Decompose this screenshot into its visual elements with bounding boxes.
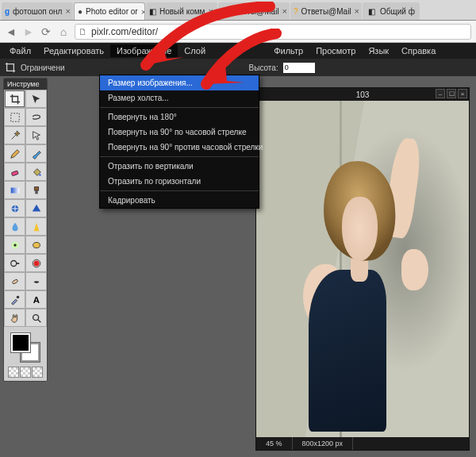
back-button[interactable]: ◄ xyxy=(5,25,17,38)
menu-item-crop[interactable]: Кадрировать xyxy=(100,193,259,208)
browser-tab[interactable]: ◧ Новый комм × xyxy=(146,2,217,20)
tool-marquee[interactable] xyxy=(4,108,25,126)
tool-brush[interactable] xyxy=(25,144,47,163)
document-titlebar[interactable]: 103 – ☐ × xyxy=(256,88,469,101)
favicon-generic: ◧ xyxy=(149,6,156,17)
tool-shape[interactable] xyxy=(25,199,47,217)
window-close-button[interactable]: × xyxy=(458,89,467,98)
tool-wand[interactable] xyxy=(4,126,25,144)
tool-pointer[interactable] xyxy=(25,126,47,144)
menu-item-flip-horizontal[interactable]: Отразить по горизонтали xyxy=(100,174,259,189)
tab-close-icon[interactable]: × xyxy=(208,6,213,16)
constraint-label: Ограничени xyxy=(21,63,65,72)
svg-rect-0 xyxy=(10,113,19,121)
tool-burn[interactable] xyxy=(25,272,47,290)
height-label: Высота: xyxy=(249,63,278,72)
svg-rect-3 xyxy=(10,187,19,193)
favicon-generic: ◧ xyxy=(366,6,377,17)
menu-help[interactable]: Справка xyxy=(395,44,442,57)
menu-layer[interactable]: Слой xyxy=(178,44,212,57)
pattern-row xyxy=(4,367,47,381)
menu-file[interactable]: Файл xyxy=(3,44,37,57)
favicon-google: g xyxy=(5,6,10,17)
tab-label: Ответы@Mail xyxy=(229,7,279,16)
menu-item-canvas-size[interactable]: Размер холста... xyxy=(100,90,259,106)
browser-tab[interactable]: ? Ответы@Mail × xyxy=(290,2,362,20)
menu-edit[interactable]: Редактировать xyxy=(37,44,110,57)
window-maximize-button[interactable]: ☐ xyxy=(447,89,456,98)
browser-tab[interactable]: ◧ Общий ф xyxy=(363,2,420,20)
menu-image[interactable]: Изображение xyxy=(110,44,178,57)
pattern-swatch[interactable] xyxy=(8,367,19,378)
menu-item-flip-vertical[interactable]: Отразить по вертикали xyxy=(100,159,259,174)
tool-clone[interactable] xyxy=(25,181,47,199)
tool-color-replace[interactable] xyxy=(4,199,25,217)
address-bar[interactable]: 🗋 pixlr.com/editor/ xyxy=(75,24,471,40)
menu-filter[interactable]: Фильтр xyxy=(267,44,309,57)
document-canvas[interactable] xyxy=(256,101,469,437)
tab-close-icon[interactable]: × xyxy=(141,7,145,17)
window-minimize-button[interactable]: – xyxy=(436,89,445,98)
tab-close-icon[interactable]: × xyxy=(282,6,287,16)
tool-pencil[interactable] xyxy=(4,144,25,163)
browser-tab[interactable]: ? Ответы@Mail × xyxy=(218,2,290,20)
photo-content xyxy=(256,101,469,437)
forward-button[interactable]: ► xyxy=(22,25,35,38)
svg-point-14 xyxy=(16,295,19,298)
tool-gradient[interactable] xyxy=(4,181,25,199)
tab-label: Новый комм xyxy=(159,7,205,16)
pattern-swatch[interactable] xyxy=(20,367,31,378)
svg-point-9 xyxy=(33,242,40,248)
tab-close-icon[interactable]: × xyxy=(355,6,359,16)
menu-item-image-size[interactable]: Размер изображения... xyxy=(100,75,259,90)
foreground-color-swatch[interactable] xyxy=(11,333,30,352)
tab-label: фотошоп онл xyxy=(13,7,62,16)
svg-point-2 xyxy=(39,174,41,176)
menu-item-rotate-180[interactable]: Повернуть на 180° xyxy=(100,109,259,125)
tab-label: Общий ф xyxy=(380,7,415,16)
tools-panel: Инструме A xyxy=(3,78,48,382)
tool-red-eye[interactable] xyxy=(25,254,47,272)
tool-blur[interactable] xyxy=(4,217,25,236)
pattern-swatch[interactable] xyxy=(32,367,43,378)
browser-tab-active[interactable]: ● Photo editor or × xyxy=(74,2,145,20)
tool-lasso[interactable] xyxy=(25,108,47,126)
document-window: 103 – ☐ × 45 % xyxy=(255,87,470,451)
tool-zoom[interactable] xyxy=(25,309,47,327)
svg-point-11 xyxy=(33,260,39,266)
tool-dodge[interactable] xyxy=(4,254,25,272)
tool-eraser[interactable] xyxy=(4,163,25,181)
svg-text:A: A xyxy=(33,295,39,305)
svg-rect-5 xyxy=(35,190,38,194)
url-text: pixlr.com/editor/ xyxy=(91,26,158,37)
tool-eyedropper[interactable] xyxy=(4,290,25,309)
reload-button[interactable]: ⟳ xyxy=(40,25,52,38)
menu-language[interactable]: Язык xyxy=(362,44,395,57)
tool-crop[interactable] xyxy=(4,90,25,108)
svg-rect-13 xyxy=(12,278,18,284)
tool-move[interactable] xyxy=(25,90,47,108)
tool-bucket[interactable] xyxy=(25,163,47,181)
home-button[interactable]: ⌂ xyxy=(57,25,70,38)
menu-item-rotate-90-ccw[interactable]: Повернуть на 90° против часовой стрелки xyxy=(100,140,259,155)
svg-rect-4 xyxy=(34,186,38,190)
svg-point-8 xyxy=(13,244,17,247)
image-menu-dropdown: Размер изображения... Размер холста... П… xyxy=(99,75,259,209)
tab-close-icon[interactable]: × xyxy=(65,6,70,16)
height-input[interactable]: 0 xyxy=(283,63,315,73)
tool-smudge[interactable] xyxy=(4,236,25,254)
menu-item-rotate-90-cw[interactable]: Повернуть на 90° по часовой стрелке xyxy=(100,125,259,140)
favicon-pixlr: ● xyxy=(78,6,83,17)
color-swatches[interactable] xyxy=(4,327,47,367)
tool-hand[interactable] xyxy=(4,309,25,327)
tool-heal[interactable] xyxy=(4,272,25,290)
menu-view[interactable]: Просмотр xyxy=(309,44,362,57)
browser-tab[interactable]: g фотошоп онл × xyxy=(2,2,73,20)
image-dimensions: 800x1200 px xyxy=(293,437,354,450)
tool-sponge[interactable] xyxy=(25,236,47,254)
tool-type[interactable]: A xyxy=(25,290,47,309)
tools-panel-title: Инструме xyxy=(4,79,47,90)
options-bar: Ограничени Высота: 0 xyxy=(0,59,476,76)
tool-sharpen[interactable] xyxy=(25,217,47,236)
zoom-value[interactable]: 45 % xyxy=(256,437,293,450)
